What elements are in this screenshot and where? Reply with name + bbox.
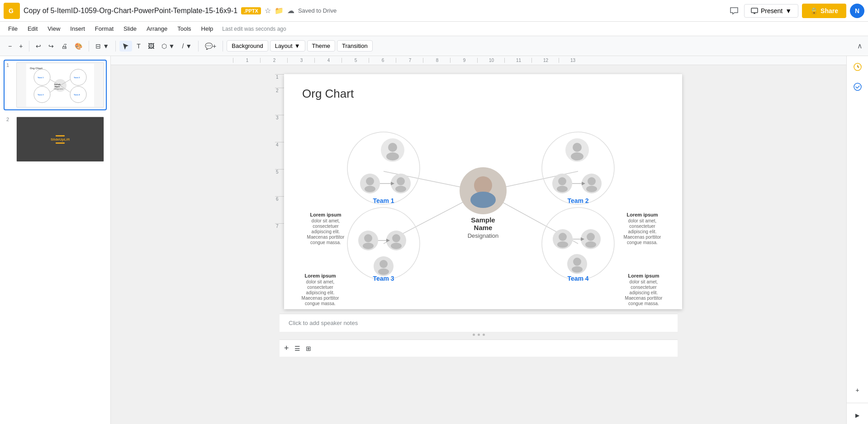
svg-text:Lorem ipsum: Lorem ipsum (628, 273, 659, 278)
layout-button[interactable]: Layout ▼ (270, 40, 305, 52)
line-tool-button[interactable]: / ▼ (179, 41, 194, 52)
svg-text:G: G (9, 7, 14, 14)
svg-point-57 (392, 234, 400, 242)
background-button[interactable]: Background (227, 40, 268, 52)
cloud-icon[interactable]: ☁ (287, 6, 294, 15)
svg-point-60 (379, 260, 388, 268)
slide-thumb-img-1: Org Chart Team 1 Team 2 Team 3 (16, 62, 104, 108)
menu-file[interactable]: File (4, 24, 22, 34)
expand-handle[interactable] (473, 334, 485, 336)
svg-text:Team 2: Team 2 (567, 197, 588, 204)
zoom-dropdown-button[interactable]: ⊟ ▼ (93, 41, 112, 52)
svg-point-47 (588, 177, 596, 185)
svg-text:Maecenas porttitor: Maecenas porttitor (307, 235, 345, 240)
svg-point-80 (470, 192, 496, 208)
menu-slide[interactable]: Slide (119, 24, 141, 34)
svg-text:Lorem ipsum: Lorem ipsum (626, 212, 658, 217)
shapes-button[interactable]: ⬡ ▼ (159, 41, 178, 52)
toolbar: − + ↩ ↪ 🖨 🎨 ⊟ ▼ T 🖼 ⬡ ▼ / ▼ 💬+ Backgroun… (0, 36, 868, 56)
folder-icon[interactable]: 📁 (275, 6, 284, 15)
present-button[interactable]: Present ▼ (744, 4, 798, 18)
slide-canvas[interactable]: Org Chart (284, 74, 682, 309)
right-panel-icon-2[interactable] (850, 80, 865, 94)
svg-point-67 (559, 233, 567, 241)
svg-point-58 (391, 243, 402, 249)
slide-grid-view-button[interactable]: ⊞ (303, 343, 314, 354)
menu-arrange[interactable]: Arrange (142, 24, 172, 34)
menu-format[interactable]: Format (90, 24, 118, 34)
doc-title-row: Copy of 5-ItemID-1059-Org-Chart-PowerPoi… (24, 6, 724, 15)
transition-button[interactable]: Transition (337, 40, 373, 52)
zoom-in-button[interactable]: + (16, 41, 25, 52)
ruler-marks: 1 2 3 4 5 6 7 8 9 10 11 12 13 (233, 58, 586, 63)
star-icon[interactable]: ☆ (265, 6, 271, 15)
right-sidebar: + ▶ (846, 56, 868, 424)
comment-button[interactable] (728, 5, 740, 17)
layout-dropdown-icon: ▼ (294, 42, 300, 49)
cursor-tool-button[interactable] (119, 41, 132, 52)
svg-point-61 (378, 269, 389, 275)
print-button[interactable]: 🖨 (58, 41, 70, 52)
svg-point-70 (587, 233, 595, 241)
user-avatar[interactable]: N (850, 4, 864, 18)
toolbar-sep-4 (198, 41, 199, 52)
menu-tools[interactable]: Tools (173, 24, 195, 34)
horizontal-ruler: 1 2 3 4 5 6 7 8 9 10 11 12 13 (111, 56, 846, 65)
menubar: File Edit View Insert Format Slide Arran… (0, 22, 868, 36)
svg-point-42 (571, 152, 583, 160)
right-panel-expand-button[interactable]: + (853, 385, 862, 396)
theme-button[interactable]: Theme (307, 40, 335, 52)
slide-title: Org Chart (302, 87, 354, 101)
svg-text:Name: Name (474, 224, 493, 231)
svg-point-44 (558, 177, 566, 185)
svg-point-31 (366, 177, 374, 185)
toolbar-sep-3 (115, 41, 116, 52)
slide-thumbnail-2[interactable]: 2 SlideUpLift (4, 114, 107, 165)
svg-point-68 (557, 241, 568, 248)
menu-edit[interactable]: Edit (23, 24, 42, 34)
present-dropdown-icon[interactable]: ▼ (785, 7, 792, 14)
text-tool-button[interactable]: T (134, 41, 143, 52)
undo-button[interactable]: ↩ (33, 41, 44, 52)
svg-text:Sample: Sample (471, 216, 495, 224)
paint-format-button[interactable]: 🎨 (72, 41, 85, 52)
menu-help[interactable]: Help (197, 24, 218, 34)
topbar: G Copy of 5-ItemID-1059-Org-Chart-PowerP… (0, 0, 868, 22)
svg-text:Team 4: Team 4 (567, 275, 588, 282)
right-panel-icon-1[interactable] (850, 60, 865, 74)
svg-text:Lorem ipsum: Lorem ipsum (304, 273, 336, 278)
slide-number-1: 1 (6, 62, 14, 68)
speaker-notes[interactable]: Click to add speaker notes (280, 314, 678, 332)
comment-add-button[interactable]: 💬+ (202, 41, 219, 52)
svg-text:Designation: Designation (468, 232, 499, 239)
svg-point-32 (365, 186, 375, 192)
collapse-toolbar-button[interactable]: ∧ (857, 42, 863, 50)
svg-point-71 (585, 241, 596, 248)
svg-text:Team 3: Team 3 (38, 94, 44, 96)
svg-text:dolor sit amet,: dolor sit amet, (312, 218, 340, 223)
slide-thumbnail-1[interactable]: 1 Org Chart Team 1 (4, 60, 107, 110)
notes-placeholder: Click to add speaker notes (289, 320, 358, 326)
svg-point-74 (572, 266, 583, 273)
svg-text:congue massa.: congue massa. (628, 301, 659, 306)
app-logo: G (4, 3, 20, 19)
add-slide-button[interactable]: + (281, 342, 292, 355)
share-button[interactable]: 🔒 Share (802, 4, 846, 18)
svg-text:dolor sit amet,: dolor sit amet, (306, 279, 335, 284)
menu-view[interactable]: View (43, 24, 65, 34)
redo-button[interactable]: ↪ (46, 41, 57, 52)
svg-point-29 (386, 152, 399, 160)
right-panel-collapse-button[interactable]: ▶ (853, 410, 862, 420)
present-label: Present (761, 7, 783, 14)
svg-text:Team 1: Team 1 (38, 76, 44, 79)
zoom-out-button[interactable]: − (5, 41, 14, 52)
svg-text:Team 1: Team 1 (373, 197, 394, 204)
svg-text:adipiscing elit.: adipiscing elit. (312, 229, 340, 234)
svg-text:Maecenas porttitor: Maecenas porttitor (624, 235, 661, 240)
image-insert-button[interactable]: 🖼 (145, 41, 157, 52)
menu-insert[interactable]: Insert (66, 24, 90, 34)
svg-text:consectetuer: consectetuer (631, 285, 657, 290)
theme-label: Theme (312, 42, 330, 49)
lock-icon: 🔒 (810, 7, 818, 14)
slide-list-view-button[interactable]: ☰ (292, 343, 303, 354)
